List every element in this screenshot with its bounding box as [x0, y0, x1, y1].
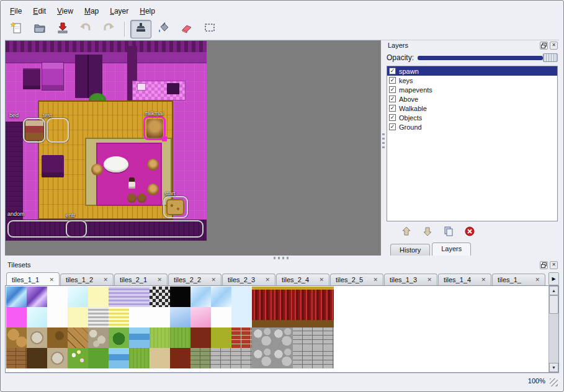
menu-item-edit[interactable]: Edit — [28, 6, 51, 17]
tile-brickgray[interactable] — [313, 348, 334, 368]
tab-close-icon[interactable]: ✕ — [265, 277, 270, 283]
layer-visibility-checkbox[interactable]: ✓ — [389, 96, 396, 102]
tile-paleyellow[interactable] — [88, 287, 109, 307]
map-object-entr[interactable] — [66, 220, 87, 238]
layer-row-Ground[interactable]: ✓Ground — [387, 122, 557, 131]
tile-cobble[interactable] — [272, 327, 293, 348]
save-button[interactable] — [52, 20, 73, 38]
tile-brickmoss[interactable] — [190, 348, 211, 368]
layer-visibility-checkbox[interactable]: ✓ — [389, 105, 396, 112]
select-tool-button[interactable] — [199, 20, 220, 38]
tile-white[interactable] — [150, 307, 170, 327]
raise-layer-button[interactable] — [400, 225, 413, 238]
tab-close-icon[interactable]: ✕ — [535, 277, 540, 283]
tile-waterp[interactable] — [27, 287, 47, 307]
tile-curtain-a[interactable] — [293, 287, 313, 307]
tab-close-icon[interactable]: ✕ — [157, 277, 162, 283]
map-view[interactable]: bedtestmilkmaistartandomentr — [5, 40, 381, 256]
tile-curtain-b[interactable] — [313, 307, 334, 327]
tile-lightb[interactable] — [190, 287, 211, 307]
tile-paleb[interactable] — [231, 287, 252, 307]
map-object-test[interactable] — [47, 118, 69, 143]
tile-black[interactable] — [170, 287, 190, 307]
tile-cyan[interactable] — [68, 287, 88, 307]
tile-white[interactable] — [129, 307, 150, 327]
stamp-tool-button[interactable] — [130, 20, 151, 38]
duplicate-layer-button[interactable] — [442, 225, 455, 238]
tile-stonecirc[interactable] — [47, 348, 68, 368]
tile-brickbrown[interactable] — [6, 348, 27, 368]
tileset-tab-tiles_1_4[interactable]: tiles_1_4✕ — [438, 274, 491, 285]
fill-tool-button[interactable] — [153, 20, 174, 38]
scrollbar-track[interactable] — [549, 295, 558, 363]
opacity-slider[interactable] — [418, 53, 558, 63]
tile-water2[interactable] — [129, 327, 150, 348]
tile-grassl[interactable] — [150, 327, 170, 348]
close-panel-button[interactable]: ✕ — [550, 261, 558, 269]
eraser-tool-button[interactable] — [176, 20, 197, 38]
layer-row-Objects[interactable]: ✓Objects — [387, 113, 557, 122]
tile-lightb[interactable] — [211, 287, 231, 307]
tile-flowers[interactable] — [68, 348, 88, 368]
redo-button[interactable] — [98, 20, 119, 38]
scroll-up-button[interactable]: ▲ — [549, 286, 558, 295]
float-panel-button[interactable] — [540, 261, 548, 269]
tile-white[interactable] — [211, 307, 231, 327]
layer-visibility-checkbox[interactable]: ✓ — [389, 77, 396, 84]
tileset-tab-tiles_1_2[interactable]: tiles_1_2✕ — [60, 274, 114, 285]
selection-handle[interactable] — [162, 136, 167, 141]
tile-curtain-a[interactable] — [272, 287, 293, 307]
tileset-tab-tiles_2_3[interactable]: tiles_2_3✕ — [222, 274, 275, 285]
tile-white[interactable] — [47, 307, 68, 327]
tile-lav[interactable] — [129, 287, 150, 307]
layer-row-spawn[interactable]: ✓spawn — [387, 66, 557, 76]
tile-yellowstripe[interactable] — [109, 307, 129, 327]
tab-layers[interactable]: Layers — [432, 243, 471, 256]
tile-checker[interactable] — [150, 287, 170, 307]
tile-curtain-a[interactable] — [252, 287, 272, 307]
tile-brickred[interactable] — [231, 327, 252, 348]
scrollbar-thumb[interactable] — [549, 295, 558, 314]
tile-tan[interactable] — [150, 348, 170, 368]
vertical-splitter[interactable] — [381, 40, 385, 256]
tile-cobble[interactable] — [252, 348, 272, 368]
tile-darkbrown[interactable] — [27, 348, 47, 368]
tile-stonecirc[interactable] — [27, 327, 47, 348]
tile-green[interactable] — [88, 348, 109, 368]
tab-history[interactable]: History — [390, 244, 430, 256]
tile-brickgray[interactable] — [231, 348, 252, 368]
tile-white[interactable] — [47, 287, 68, 307]
tileset-tab-tiles_2_1[interactable]: tiles_2_1✕ — [114, 274, 168, 285]
tile-water2[interactable] — [109, 348, 129, 368]
tile-cyan[interactable] — [27, 307, 47, 327]
close-panel-button[interactable]: ✕ — [550, 42, 558, 50]
tile-curtain-b[interactable] — [272, 307, 293, 327]
tab-close-icon[interactable]: ✕ — [49, 277, 54, 283]
menu-item-help[interactable]: Help — [135, 6, 160, 17]
new-file-button[interactable] — [6, 20, 27, 38]
tile-paleb[interactable] — [231, 307, 252, 327]
resize-grip[interactable] — [550, 378, 558, 386]
layer-row-Above[interactable]: ✓Above — [387, 94, 557, 104]
tile-darkred[interactable] — [190, 327, 211, 348]
tile-curtain-b[interactable] — [252, 307, 272, 327]
tileset-tab-tiles_1_[interactable]: tiles_1_✕ — [492, 274, 545, 285]
map-object-selected[interactable] — [143, 116, 166, 140]
lower-layer-button[interactable] — [421, 225, 434, 238]
tile-grass[interactable] — [170, 327, 190, 348]
tile-curtain-a[interactable] — [313, 287, 334, 307]
tab-close-icon[interactable]: ✕ — [427, 277, 432, 283]
map-object-bed[interactable] — [23, 118, 45, 143]
tileset-tab-tiles_2_2[interactable]: tiles_2_2✕ — [168, 274, 222, 285]
tileset-tab-tiles_2_4[interactable]: tiles_2_4✕ — [276, 274, 329, 285]
tile-dirt2[interactable] — [47, 327, 68, 348]
tile-paleyellow[interactable] — [68, 307, 88, 327]
open-button[interactable] — [29, 20, 50, 38]
tile-bush[interactable] — [109, 327, 129, 348]
tab-close-icon[interactable]: ✕ — [373, 277, 378, 283]
scroll-down-button[interactable]: ▼ — [549, 363, 558, 372]
tile-pinkshiny[interactable] — [190, 307, 211, 327]
tile-blueshiny[interactable] — [170, 307, 190, 327]
tile-dirt[interactable] — [6, 327, 27, 348]
layers-list[interactable]: ✓spawn✓keys✓mapevents✓Above✓Walkable✓Obj… — [387, 66, 558, 221]
